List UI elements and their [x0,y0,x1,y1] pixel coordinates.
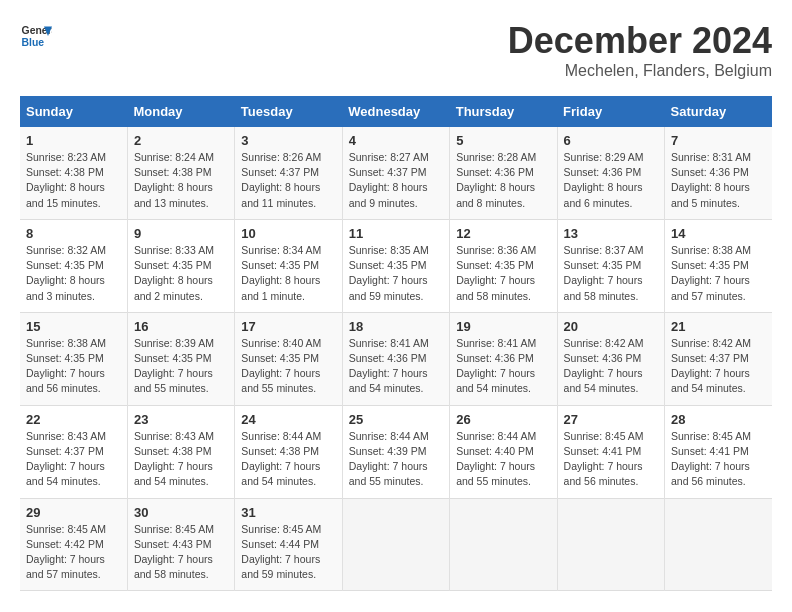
location-subtitle: Mechelen, Flanders, Belgium [508,62,772,80]
calendar-cell: 18Sunrise: 8:41 AM Sunset: 4:36 PM Dayli… [342,312,449,405]
calendar-cell: 26Sunrise: 8:44 AM Sunset: 4:40 PM Dayli… [450,405,557,498]
day-info: Sunrise: 8:37 AM Sunset: 4:35 PM Dayligh… [564,243,658,304]
day-number: 22 [26,412,121,427]
day-number: 3 [241,133,335,148]
calendar-cell: 30Sunrise: 8:45 AM Sunset: 4:43 PM Dayli… [127,498,234,591]
day-number: 27 [564,412,658,427]
day-info: Sunrise: 8:31 AM Sunset: 4:36 PM Dayligh… [671,150,766,211]
day-number: 9 [134,226,228,241]
day-number: 6 [564,133,658,148]
header-sunday: Sunday [20,96,127,127]
logo-icon: General Blue [20,20,52,52]
calendar-cell: 15Sunrise: 8:38 AM Sunset: 4:35 PM Dayli… [20,312,127,405]
day-info: Sunrise: 8:44 AM Sunset: 4:38 PM Dayligh… [241,429,335,490]
logo: General Blue [20,20,52,52]
calendar-cell: 14Sunrise: 8:38 AM Sunset: 4:35 PM Dayli… [665,219,772,312]
day-info: Sunrise: 8:28 AM Sunset: 4:36 PM Dayligh… [456,150,550,211]
calendar-cell: 7Sunrise: 8:31 AM Sunset: 4:36 PM Daylig… [665,127,772,219]
calendar-cell: 13Sunrise: 8:37 AM Sunset: 4:35 PM Dayli… [557,219,664,312]
day-number: 10 [241,226,335,241]
title-area: December 2024 Mechelen, Flanders, Belgiu… [508,20,772,80]
calendar-cell: 3Sunrise: 8:26 AM Sunset: 4:37 PM Daylig… [235,127,342,219]
calendar-week-3: 15Sunrise: 8:38 AM Sunset: 4:35 PM Dayli… [20,312,772,405]
calendar-week-1: 1Sunrise: 8:23 AM Sunset: 4:38 PM Daylig… [20,127,772,219]
day-number: 4 [349,133,443,148]
day-number: 1 [26,133,121,148]
calendar-cell [557,498,664,591]
header-tuesday: Tuesday [235,96,342,127]
day-number: 16 [134,319,228,334]
day-number: 26 [456,412,550,427]
day-number: 18 [349,319,443,334]
calendar-cell: 8Sunrise: 8:32 AM Sunset: 4:35 PM Daylig… [20,219,127,312]
day-number: 7 [671,133,766,148]
day-number: 30 [134,505,228,520]
header-wednesday: Wednesday [342,96,449,127]
day-info: Sunrise: 8:44 AM Sunset: 4:40 PM Dayligh… [456,429,550,490]
day-number: 21 [671,319,766,334]
calendar-cell: 6Sunrise: 8:29 AM Sunset: 4:36 PM Daylig… [557,127,664,219]
day-number: 11 [349,226,443,241]
day-info: Sunrise: 8:26 AM Sunset: 4:37 PM Dayligh… [241,150,335,211]
calendar-cell: 10Sunrise: 8:34 AM Sunset: 4:35 PM Dayli… [235,219,342,312]
day-info: Sunrise: 8:29 AM Sunset: 4:36 PM Dayligh… [564,150,658,211]
day-info: Sunrise: 8:45 AM Sunset: 4:42 PM Dayligh… [26,522,121,583]
day-info: Sunrise: 8:45 AM Sunset: 4:43 PM Dayligh… [134,522,228,583]
day-number: 24 [241,412,335,427]
calendar-header-row: SundayMondayTuesdayWednesdayThursdayFrid… [20,96,772,127]
day-number: 28 [671,412,766,427]
calendar-cell: 27Sunrise: 8:45 AM Sunset: 4:41 PM Dayli… [557,405,664,498]
calendar-cell: 21Sunrise: 8:42 AM Sunset: 4:37 PM Dayli… [665,312,772,405]
calendar-week-5: 29Sunrise: 8:45 AM Sunset: 4:42 PM Dayli… [20,498,772,591]
day-info: Sunrise: 8:43 AM Sunset: 4:38 PM Dayligh… [134,429,228,490]
day-number: 14 [671,226,766,241]
month-title: December 2024 [508,20,772,62]
day-info: Sunrise: 8:41 AM Sunset: 4:36 PM Dayligh… [349,336,443,397]
day-info: Sunrise: 8:27 AM Sunset: 4:37 PM Dayligh… [349,150,443,211]
day-info: Sunrise: 8:45 AM Sunset: 4:44 PM Dayligh… [241,522,335,583]
day-number: 12 [456,226,550,241]
header-saturday: Saturday [665,96,772,127]
day-number: 17 [241,319,335,334]
day-info: Sunrise: 8:39 AM Sunset: 4:35 PM Dayligh… [134,336,228,397]
day-number: 29 [26,505,121,520]
calendar-cell: 22Sunrise: 8:43 AM Sunset: 4:37 PM Dayli… [20,405,127,498]
day-info: Sunrise: 8:42 AM Sunset: 4:36 PM Dayligh… [564,336,658,397]
day-number: 2 [134,133,228,148]
calendar-cell: 5Sunrise: 8:28 AM Sunset: 4:36 PM Daylig… [450,127,557,219]
day-number: 19 [456,319,550,334]
calendar-cell: 9Sunrise: 8:33 AM Sunset: 4:35 PM Daylig… [127,219,234,312]
calendar-cell: 12Sunrise: 8:36 AM Sunset: 4:35 PM Dayli… [450,219,557,312]
calendar-cell [665,498,772,591]
header-friday: Friday [557,96,664,127]
calendar-week-4: 22Sunrise: 8:43 AM Sunset: 4:37 PM Dayli… [20,405,772,498]
calendar-cell: 19Sunrise: 8:41 AM Sunset: 4:36 PM Dayli… [450,312,557,405]
day-number: 23 [134,412,228,427]
day-info: Sunrise: 8:23 AM Sunset: 4:38 PM Dayligh… [26,150,121,211]
calendar-cell: 17Sunrise: 8:40 AM Sunset: 4:35 PM Dayli… [235,312,342,405]
day-info: Sunrise: 8:41 AM Sunset: 4:36 PM Dayligh… [456,336,550,397]
calendar-cell: 31Sunrise: 8:45 AM Sunset: 4:44 PM Dayli… [235,498,342,591]
header-monday: Monday [127,96,234,127]
day-number: 8 [26,226,121,241]
day-number: 15 [26,319,121,334]
day-info: Sunrise: 8:40 AM Sunset: 4:35 PM Dayligh… [241,336,335,397]
calendar-cell: 29Sunrise: 8:45 AM Sunset: 4:42 PM Dayli… [20,498,127,591]
calendar-cell: 28Sunrise: 8:45 AM Sunset: 4:41 PM Dayli… [665,405,772,498]
calendar-cell: 11Sunrise: 8:35 AM Sunset: 4:35 PM Dayli… [342,219,449,312]
day-info: Sunrise: 8:45 AM Sunset: 4:41 PM Dayligh… [671,429,766,490]
calendar-cell: 24Sunrise: 8:44 AM Sunset: 4:38 PM Dayli… [235,405,342,498]
calendar-cell: 2Sunrise: 8:24 AM Sunset: 4:38 PM Daylig… [127,127,234,219]
calendar-table: SundayMondayTuesdayWednesdayThursdayFrid… [20,96,772,591]
svg-text:Blue: Blue [22,37,45,48]
day-info: Sunrise: 8:43 AM Sunset: 4:37 PM Dayligh… [26,429,121,490]
day-number: 5 [456,133,550,148]
day-info: Sunrise: 8:24 AM Sunset: 4:38 PM Dayligh… [134,150,228,211]
calendar-cell: 4Sunrise: 8:27 AM Sunset: 4:37 PM Daylig… [342,127,449,219]
day-info: Sunrise: 8:44 AM Sunset: 4:39 PM Dayligh… [349,429,443,490]
day-number: 31 [241,505,335,520]
calendar-cell [342,498,449,591]
calendar-cell: 1Sunrise: 8:23 AM Sunset: 4:38 PM Daylig… [20,127,127,219]
day-info: Sunrise: 8:42 AM Sunset: 4:37 PM Dayligh… [671,336,766,397]
day-info: Sunrise: 8:33 AM Sunset: 4:35 PM Dayligh… [134,243,228,304]
